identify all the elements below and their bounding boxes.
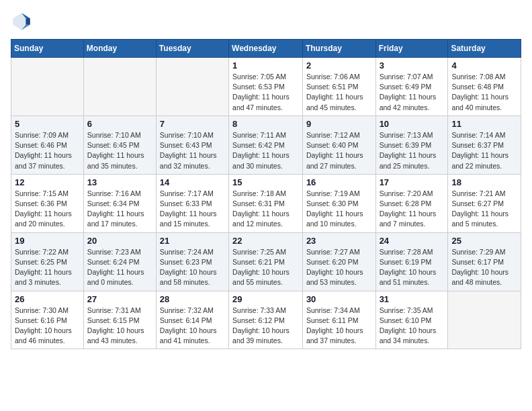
day-header-monday: Monday bbox=[83, 40, 156, 58]
calendar-cell: 24Sunrise: 7:28 AMSunset: 6:19 PMDayligh… bbox=[375, 232, 448, 291]
day-number: 8 bbox=[232, 119, 299, 129]
day-info: Sunrise: 7:27 AMSunset: 6:20 PMDaylight:… bbox=[306, 247, 372, 288]
calendar-cell: 9Sunrise: 7:12 AMSunset: 6:40 PMDaylight… bbox=[302, 116, 375, 174]
day-number: 22 bbox=[232, 236, 299, 246]
calendar-cell: 6Sunrise: 7:10 AMSunset: 6:45 PMDaylight… bbox=[83, 116, 156, 174]
calendar-cell: 16Sunrise: 7:19 AMSunset: 6:30 PMDayligh… bbox=[302, 174, 375, 232]
calendar-week-2: 5Sunrise: 7:09 AMSunset: 6:46 PMDaylight… bbox=[11, 116, 521, 174]
day-number: 13 bbox=[87, 177, 152, 187]
calendar-cell: 15Sunrise: 7:18 AMSunset: 6:31 PMDayligh… bbox=[229, 174, 303, 232]
day-header-wednesday: Wednesday bbox=[229, 40, 303, 58]
day-number: 23 bbox=[306, 236, 372, 246]
day-number: 21 bbox=[160, 236, 225, 246]
calendar-cell: 26Sunrise: 7:30 AMSunset: 6:16 PMDayligh… bbox=[11, 291, 84, 349]
calendar-cell: 21Sunrise: 7:24 AMSunset: 6:23 PMDayligh… bbox=[156, 232, 228, 291]
day-info: Sunrise: 7:24 AMSunset: 6:23 PMDaylight:… bbox=[160, 247, 225, 288]
day-number: 19 bbox=[15, 236, 80, 246]
day-header-friday: Friday bbox=[375, 40, 448, 58]
calendar-week-4: 19Sunrise: 7:22 AMSunset: 6:25 PMDayligh… bbox=[11, 232, 521, 291]
calendar-week-3: 12Sunrise: 7:15 AMSunset: 6:36 PMDayligh… bbox=[11, 174, 521, 232]
day-number: 6 bbox=[87, 119, 152, 129]
day-number: 20 bbox=[87, 236, 152, 246]
day-info: Sunrise: 7:22 AMSunset: 6:25 PMDaylight:… bbox=[15, 247, 80, 288]
day-number: 10 bbox=[380, 119, 445, 129]
calendar-cell: 25Sunrise: 7:29 AMSunset: 6:17 PMDayligh… bbox=[448, 232, 521, 291]
calendar-cell bbox=[448, 291, 521, 349]
day-number: 24 bbox=[380, 236, 445, 246]
day-info: Sunrise: 7:35 AMSunset: 6:10 PMDaylight:… bbox=[380, 306, 445, 347]
day-number: 17 bbox=[380, 177, 445, 187]
calendar-cell bbox=[83, 58, 156, 116]
calendar-cell: 23Sunrise: 7:27 AMSunset: 6:20 PMDayligh… bbox=[302, 232, 375, 291]
calendar-header-row: SundayMondayTuesdayWednesdayThursdayFrid… bbox=[11, 40, 521, 58]
day-info: Sunrise: 7:20 AMSunset: 6:28 PMDaylight:… bbox=[380, 189, 445, 230]
day-info: Sunrise: 7:18 AMSunset: 6:31 PMDaylight:… bbox=[232, 189, 299, 230]
day-info: Sunrise: 7:30 AMSunset: 6:16 PMDaylight:… bbox=[15, 306, 80, 347]
day-number: 12 bbox=[15, 177, 80, 187]
day-info: Sunrise: 7:29 AMSunset: 6:17 PMDaylight:… bbox=[451, 247, 517, 288]
calendar-cell: 4Sunrise: 7:08 AMSunset: 6:48 PMDaylight… bbox=[448, 58, 521, 116]
calendar-cell: 20Sunrise: 7:23 AMSunset: 6:24 PMDayligh… bbox=[83, 232, 156, 291]
day-info: Sunrise: 7:12 AMSunset: 6:40 PMDaylight:… bbox=[306, 130, 372, 171]
day-info: Sunrise: 7:31 AMSunset: 6:15 PMDaylight:… bbox=[87, 306, 152, 347]
day-info: Sunrise: 7:17 AMSunset: 6:33 PMDaylight:… bbox=[160, 189, 225, 230]
calendar-cell: 8Sunrise: 7:11 AMSunset: 6:42 PMDaylight… bbox=[229, 116, 303, 174]
day-info: Sunrise: 7:06 AMSunset: 6:51 PMDaylight:… bbox=[306, 72, 372, 113]
svg-marker-2 bbox=[26, 18, 30, 25]
calendar-cell bbox=[156, 58, 228, 116]
day-info: Sunrise: 7:25 AMSunset: 6:21 PMDaylight:… bbox=[232, 247, 299, 288]
calendar-cell: 22Sunrise: 7:25 AMSunset: 6:21 PMDayligh… bbox=[229, 232, 303, 291]
page-header bbox=[11, 11, 521, 32]
calendar-cell: 18Sunrise: 7:21 AMSunset: 6:27 PMDayligh… bbox=[448, 174, 521, 232]
day-info: Sunrise: 7:05 AMSunset: 6:53 PMDaylight:… bbox=[232, 72, 299, 113]
calendar-cell: 13Sunrise: 7:16 AMSunset: 6:34 PMDayligh… bbox=[83, 174, 156, 232]
calendar-cell bbox=[11, 58, 84, 116]
day-number: 2 bbox=[306, 60, 372, 71]
day-number: 4 bbox=[451, 60, 517, 71]
calendar-week-5: 26Sunrise: 7:30 AMSunset: 6:16 PMDayligh… bbox=[11, 291, 521, 349]
day-number: 9 bbox=[306, 119, 372, 129]
day-number: 11 bbox=[451, 119, 517, 129]
calendar-cell: 2Sunrise: 7:06 AMSunset: 6:51 PMDaylight… bbox=[302, 58, 375, 116]
calendar-cell: 17Sunrise: 7:20 AMSunset: 6:28 PMDayligh… bbox=[375, 174, 448, 232]
calendar-cell: 11Sunrise: 7:14 AMSunset: 6:37 PMDayligh… bbox=[448, 116, 521, 174]
day-info: Sunrise: 7:11 AMSunset: 6:42 PMDaylight:… bbox=[232, 130, 299, 171]
day-number: 31 bbox=[380, 294, 445, 304]
day-info: Sunrise: 7:13 AMSunset: 6:39 PMDaylight:… bbox=[380, 130, 445, 171]
day-number: 28 bbox=[160, 294, 225, 304]
calendar-week-1: 1Sunrise: 7:05 AMSunset: 6:53 PMDaylight… bbox=[11, 58, 521, 116]
day-info: Sunrise: 7:10 AMSunset: 6:43 PMDaylight:… bbox=[160, 130, 225, 171]
day-number: 5 bbox=[15, 119, 80, 129]
day-info: Sunrise: 7:16 AMSunset: 6:34 PMDaylight:… bbox=[87, 189, 152, 230]
day-info: Sunrise: 7:08 AMSunset: 6:48 PMDaylight:… bbox=[451, 72, 517, 113]
calendar-cell: 7Sunrise: 7:10 AMSunset: 6:43 PMDaylight… bbox=[156, 116, 228, 174]
calendar-table: SundayMondayTuesdayWednesdayThursdayFrid… bbox=[11, 39, 521, 349]
day-info: Sunrise: 7:14 AMSunset: 6:37 PMDaylight:… bbox=[451, 130, 517, 171]
day-info: Sunrise: 7:33 AMSunset: 6:12 PMDaylight:… bbox=[232, 306, 299, 347]
calendar-cell: 31Sunrise: 7:35 AMSunset: 6:10 PMDayligh… bbox=[375, 291, 448, 349]
day-info: Sunrise: 7:23 AMSunset: 6:24 PMDaylight:… bbox=[87, 247, 152, 288]
day-number: 14 bbox=[160, 177, 225, 187]
day-number: 7 bbox=[160, 119, 225, 129]
calendar-cell: 10Sunrise: 7:13 AMSunset: 6:39 PMDayligh… bbox=[375, 116, 448, 174]
calendar-cell: 3Sunrise: 7:07 AMSunset: 6:49 PMDaylight… bbox=[375, 58, 448, 116]
calendar-cell: 27Sunrise: 7:31 AMSunset: 6:15 PMDayligh… bbox=[83, 291, 156, 349]
calendar-cell: 1Sunrise: 7:05 AMSunset: 6:53 PMDaylight… bbox=[229, 58, 303, 116]
day-info: Sunrise: 7:19 AMSunset: 6:30 PMDaylight:… bbox=[306, 189, 372, 230]
day-number: 3 bbox=[380, 60, 445, 71]
logo bbox=[11, 11, 35, 32]
day-info: Sunrise: 7:09 AMSunset: 6:46 PMDaylight:… bbox=[15, 130, 80, 171]
day-number: 29 bbox=[232, 294, 299, 304]
day-number: 30 bbox=[306, 294, 372, 304]
day-header-tuesday: Tuesday bbox=[156, 40, 228, 58]
day-number: 1 bbox=[232, 60, 299, 71]
day-header-saturday: Saturday bbox=[448, 40, 521, 58]
calendar-cell: 12Sunrise: 7:15 AMSunset: 6:36 PMDayligh… bbox=[11, 174, 84, 232]
calendar-cell: 30Sunrise: 7:34 AMSunset: 6:11 PMDayligh… bbox=[302, 291, 375, 349]
day-number: 15 bbox=[232, 177, 299, 187]
calendar-cell: 14Sunrise: 7:17 AMSunset: 6:33 PMDayligh… bbox=[156, 174, 228, 232]
day-number: 18 bbox=[451, 177, 517, 187]
calendar-cell: 29Sunrise: 7:33 AMSunset: 6:12 PMDayligh… bbox=[229, 291, 303, 349]
day-info: Sunrise: 7:07 AMSunset: 6:49 PMDaylight:… bbox=[380, 72, 445, 113]
calendar-cell: 28Sunrise: 7:32 AMSunset: 6:14 PMDayligh… bbox=[156, 291, 228, 349]
